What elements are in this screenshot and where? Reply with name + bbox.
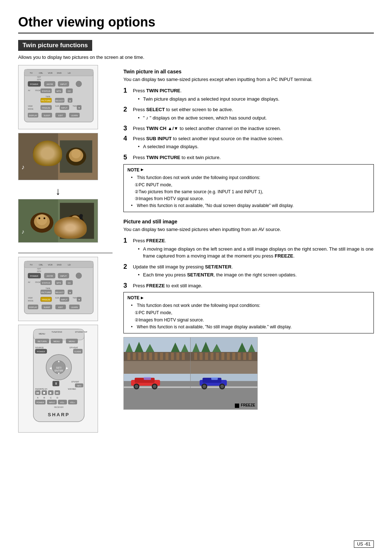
svg-point-15 [76,81,82,87]
svg-rect-227 [238,353,241,360]
svg-text:MTS: MTS [57,282,61,284]
svg-text:EDIT: EDIT [58,306,63,308]
svg-rect-193 [138,353,141,360]
note-header-1: NOTE [127,167,370,173]
svg-text:B: B [44,397,45,399]
step-num-1: 1 [123,87,130,94]
svg-text:♪: ♪ [21,228,24,235]
svg-text:MODE: MODE [28,108,34,110]
svg-text:CBL: CBL [39,264,43,266]
svg-point-216 [220,385,224,388]
svg-text:LEARN: LEARN [71,114,78,117]
svg-point-71 [69,216,81,227]
svg-rect-195 [149,353,152,360]
svg-point-72 [71,215,79,224]
still-step-3: 3 Press FREEZE to exit still image. [123,282,374,289]
svg-rect-208 [191,359,257,374]
step-num-2: 2 [123,106,130,113]
svg-text:MENU: MENU [53,340,60,343]
twin-step-4: 4 Press SUB INPUT to select another inpu… [123,135,374,151]
svg-text:VOL+: VOL+ [70,401,75,404]
racing-image-container: FREEZE [123,337,258,410]
svg-text:DVD: DVD [57,72,62,74]
note2-item-2: When this function is not available, "No… [131,324,370,330]
step4-bold: SUB INPUT [146,136,172,141]
svg-text:PICTURE: PICTURE [41,291,51,293]
svg-rect-50 [19,133,58,180]
svg-text:▼: ▼ [78,107,80,109]
svg-text:♪: ♪ [21,163,25,171]
svg-point-53 [39,144,52,157]
svg-text:INPUT: INPUT [60,275,67,277]
svg-text:POWER: POWER [37,401,44,404]
svg-text:AV: AV [28,89,30,92]
svg-rect-229 [249,353,252,360]
note1-condition-2: ②Two pictures from the same source (e.g.… [135,189,370,195]
svg-rect-198 [166,353,168,360]
svg-text:D: D [57,397,58,399]
svg-text:SHARP: SHARP [48,412,70,417]
svg-text:MENU: MENU [39,333,45,335]
svg-rect-223 [216,353,219,360]
still-step-2: 2 Update the still image by pressing SET… [123,263,374,279]
svg-text:TV: TV [30,72,33,74]
step2-bullet-1: " ♪ " displays on the active screen, whi… [138,114,374,122]
svg-text:CC: CC [68,90,71,92]
svg-text:GUIDE: GUIDE [74,351,81,353]
intro-text: Allows you to display two pictures on th… [18,54,374,60]
svg-text:⏹: ⏹ [43,391,46,394]
svg-point-60 [72,149,81,158]
svg-text:INFO: INFO [77,385,81,387]
svg-text:TV: TV [30,264,33,266]
svg-text:VCR: VCR [48,72,53,74]
svg-text:INPUT: INPUT [60,83,67,85]
svg-text:RECEIVER: RECEIVER [54,406,64,408]
svg-text:▼: ▼ [57,372,60,375]
lion-image-after: ♪ [18,199,98,243]
svg-rect-226 [232,353,235,360]
svg-text:INPUT: INPUT [61,299,68,301]
racing-left-screen [124,337,191,409]
svg-text:▲: ▲ [69,100,71,102]
svg-text:FAVORITE CH: FAVORITE CH [35,388,47,390]
svg-rect-221 [205,353,208,360]
twin-step-2: 2 Press SELECT to set either screen to b… [123,106,374,122]
twin-step-1: 1 Press TWIN PICTURE. Twin picture displ… [123,87,374,103]
svg-point-67 [38,218,40,219]
svg-text:INPUT: INPUT [61,107,68,109]
twin-picture-intro: You can display two same-sized pictures … [123,77,374,82]
svg-point-214 [203,385,206,388]
step-num-4: 4 [123,135,130,142]
svg-point-186 [135,385,138,388]
svg-text:/DTV: /DTV [37,78,41,81]
svg-rect-69 [60,203,94,239]
freeze-label: FREEZE [235,403,255,408]
svg-rect-189 [144,377,151,380]
step-num-3: 3 [123,125,130,132]
note2-condition-2: ②Images from HDTV signal source. [135,317,370,324]
svg-rect-228 [243,353,246,360]
svg-text:/SAT: /SAT [37,268,41,270]
section-header: Twin picture functions [18,40,92,51]
svg-rect-217 [211,377,218,380]
svg-point-52 [37,143,55,161]
svg-text:SELECT: SELECT [55,291,64,293]
svg-text:▲: ▲ [57,360,60,363]
svg-text:▲: ▲ [69,291,71,293]
svg-text:ANT/B: ANT/B [46,83,53,85]
note-box-2: NOTE This function does not work under t… [123,292,374,333]
svg-text:STATUS: STATUS [42,90,50,92]
note2-condition-1: ①PC INPUT mode, [135,309,370,316]
svg-text:SET/: SET/ [56,366,62,369]
arrow-down: ↓ [18,186,98,197]
svg-point-188 [153,385,156,388]
svg-text:▶: ▶ [50,391,52,394]
svg-text:C: C [50,397,52,399]
still-step-num-3: 3 [123,282,130,289]
svg-point-56 [43,151,48,154]
note1-condition-1: ①PC INPUT mode, [135,182,370,189]
svg-text:STATUS: STATUS [42,282,50,284]
still-image-section: Picture and still image You can display … [123,219,374,410]
step3-bold: TWIN CH ▲/▼ [146,126,179,131]
page-title: Other viewing options [18,15,374,33]
